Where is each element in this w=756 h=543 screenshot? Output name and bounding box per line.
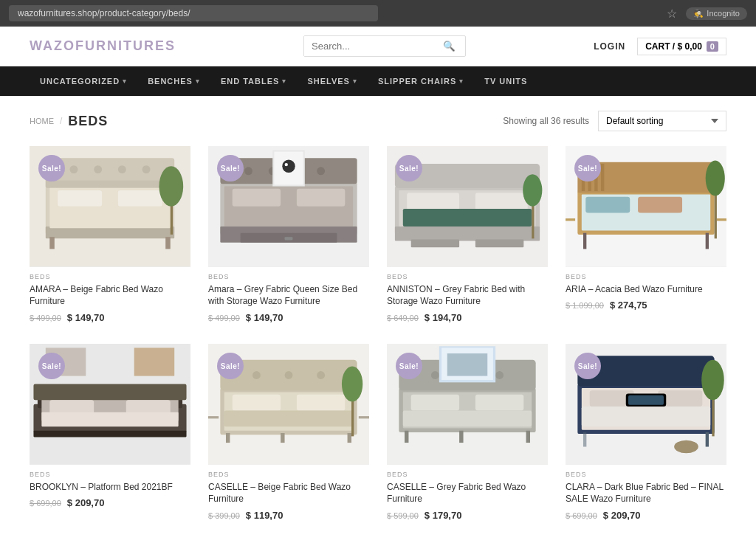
product-info: BEDS CLARA – Dark Blue Fabric Bed – FINA… <box>566 465 726 525</box>
sale-badge: Sale! <box>396 155 422 181</box>
original-price: $ 699,00 <box>566 511 597 520</box>
svg-rect-65 <box>33 384 186 401</box>
bookmark-icon[interactable]: ☆ <box>667 7 677 21</box>
svg-point-117 <box>701 360 724 401</box>
product-image: Sale! <box>387 344 548 465</box>
svg-rect-54 <box>638 197 682 213</box>
product-card[interactable]: Sale! BEDS BROOKLYN – Platform Bed 2021B… <box>30 344 190 524</box>
sale-price: $ 194,70 <box>425 312 462 323</box>
nav-item-shelves[interactable]: SHELVES ▾ <box>297 66 368 96</box>
search-input[interactable] <box>304 36 437 56</box>
product-name[interactable]: ANNISTON – Grey Fabric Bed with Storage … <box>387 283 548 308</box>
svg-rect-53 <box>585 197 630 213</box>
product-name[interactable]: ARIA – Acacia Bed Wazo Furniture <box>566 283 726 296</box>
product-card[interactable]: Sale! BEDS CASELLE – Beige Fabric Bed Wa… <box>208 344 369 524</box>
nav-item-end-tables[interactable]: END TABLES ▾ <box>210 66 297 96</box>
main-nav: UNCATEGORIZED ▾ BENCHES ▾ END TABLES ▾ S… <box>0 66 756 96</box>
svg-point-32 <box>285 163 288 166</box>
product-card[interactable]: Sale! BEDS CLARA – Dark Blue Fabric Bed … <box>566 344 726 524</box>
product-info: BEDS BROOKLYN – Platform Bed 2021BF $ 69… <box>30 465 190 512</box>
nav-item-uncategorized[interactable]: UNCATEGORIZED ▾ <box>30 66 137 96</box>
svg-rect-6 <box>118 190 162 207</box>
svg-rect-101 <box>526 431 530 443</box>
product-card[interactable]: Sale! BEDS ANNISTON – Grey Fabric Bed wi… <box>387 146 548 326</box>
svg-rect-21 <box>297 189 345 207</box>
svg-point-23 <box>244 167 252 175</box>
product-image: Sale! <box>566 146 726 267</box>
sale-badge: Sale! <box>217 155 244 181</box>
header-right: LOGIN CART / $ 0,00 0 <box>594 38 726 55</box>
svg-rect-98 <box>403 411 532 427</box>
product-price: $ 699,00 $ 209,70 <box>30 497 190 508</box>
product-name[interactable]: AMARA – Beige Fabric Bed Wazo Furniture <box>30 283 190 308</box>
product-grid: Sale! BEDS AMARA – Beige Fabric Bed Wazo… <box>0 139 756 543</box>
svg-point-78 <box>317 371 325 379</box>
svg-rect-57 <box>566 218 575 221</box>
chevron-down-icon: ▾ <box>459 77 464 85</box>
site-logo[interactable]: WAZOFURNITURES <box>30 38 176 54</box>
chevron-down-icon: ▾ <box>282 77 286 85</box>
product-category: BEDS <box>208 471 369 478</box>
product-category: BEDS <box>387 471 548 478</box>
breadcrumb-home[interactable]: HOME <box>30 117 54 125</box>
svg-rect-113 <box>628 395 664 405</box>
breadcrumb-separator: / <box>60 116 62 126</box>
product-name[interactable]: CASELLE – Grey Fabric Bed Wazo Furniture <box>387 481 548 506</box>
sale-price: $ 149,70 <box>67 312 105 323</box>
nav-item-benches[interactable]: BENCHES ▾ <box>137 66 210 96</box>
sale-badge: Sale! <box>38 155 65 181</box>
results-info: Showing all 36 results <box>503 116 589 126</box>
chevron-down-icon: ▾ <box>123 77 127 85</box>
sale-price: $ 179,70 <box>425 510 462 521</box>
search-bar: 🔍 <box>303 35 466 57</box>
svg-point-118 <box>674 440 698 453</box>
svg-rect-115 <box>706 432 709 447</box>
original-price: $ 399,00 <box>208 511 240 520</box>
breadcrumb-current: BEDS <box>68 114 108 129</box>
product-card[interactable]: Sale! BEDS ARIA – Acacia Bed Wazo Furnit… <box>566 146 726 326</box>
cart-button[interactable]: CART / $ 0,00 0 <box>637 38 726 55</box>
search-button[interactable]: 🔍 <box>437 36 461 56</box>
product-name[interactable]: BROOKLYN – Platform Bed 2021BF <box>30 481 190 494</box>
product-price: $ 499,00 $ 149,70 <box>208 312 369 323</box>
browser-bar: wazofurnitures.shop/product-category/bed… <box>0 0 756 27</box>
product-name[interactable]: CASELLE – Beige Fabric Bed Wazo Furnitur… <box>208 481 369 506</box>
sort-select[interactable]: Default sorting Sort by popularity Sort … <box>598 111 726 131</box>
svg-rect-12 <box>49 237 55 249</box>
product-category: BEDS <box>208 273 369 280</box>
svg-rect-42 <box>475 239 523 247</box>
sale-badge: Sale! <box>574 155 601 181</box>
product-card[interactable]: Sale! BEDS Amara – Grey Fabric Queen Siz… <box>208 146 369 326</box>
svg-rect-99 <box>405 431 408 443</box>
product-price: $ 599,00 $ 179,70 <box>387 510 548 521</box>
nav-item-tv-units[interactable]: TV UNITS <box>474 66 537 96</box>
page-header: HOME / BEDS Showing all 36 results Defau… <box>0 96 756 139</box>
sale-badge: Sale! <box>396 353 422 379</box>
product-image: Sale! <box>387 146 548 267</box>
product-name[interactable]: Amara – Grey Fabric Queen Size Bed with … <box>208 283 369 308</box>
product-info: BEDS Amara – Grey Fabric Queen Size Bed … <box>208 267 369 327</box>
svg-rect-96 <box>411 395 459 411</box>
svg-point-77 <box>285 371 293 379</box>
cart-count: 0 <box>707 41 718 52</box>
sale-badge: Sale! <box>574 353 601 379</box>
product-image: Sale! <box>208 344 369 465</box>
product-card[interactable]: Sale! BEDS AMARA – Beige Fabric Bed Wazo… <box>30 146 190 326</box>
original-price: $ 1.099,00 <box>566 301 604 310</box>
nav-item-slipper-chairs[interactable]: SLIPPER CHAIRS ▾ <box>368 66 474 96</box>
svg-point-76 <box>252 371 261 379</box>
svg-point-31 <box>282 160 295 173</box>
original-price: $ 499,00 <box>208 314 240 322</box>
sale-price: $ 274,75 <box>610 300 647 311</box>
search-icon: 🔍 <box>443 41 456 52</box>
svg-rect-69 <box>33 431 186 437</box>
svg-rect-40 <box>403 209 532 226</box>
svg-point-26 <box>317 167 325 175</box>
product-price: $ 399,00 $ 119,70 <box>208 510 369 521</box>
product-category: BEDS <box>30 273 190 280</box>
product-name[interactable]: CLARA – Dark Blue Fabric Bed – FINAL SAL… <box>566 481 726 506</box>
login-link[interactable]: LOGIN <box>594 41 625 52</box>
url-bar[interactable]: wazofurnitures.shop/product-category/bed… <box>9 5 378 21</box>
svg-point-95 <box>495 371 504 379</box>
product-card[interactable]: Sale! BEDS CASELLE – Grey Fabric Bed Waz… <box>387 344 548 524</box>
